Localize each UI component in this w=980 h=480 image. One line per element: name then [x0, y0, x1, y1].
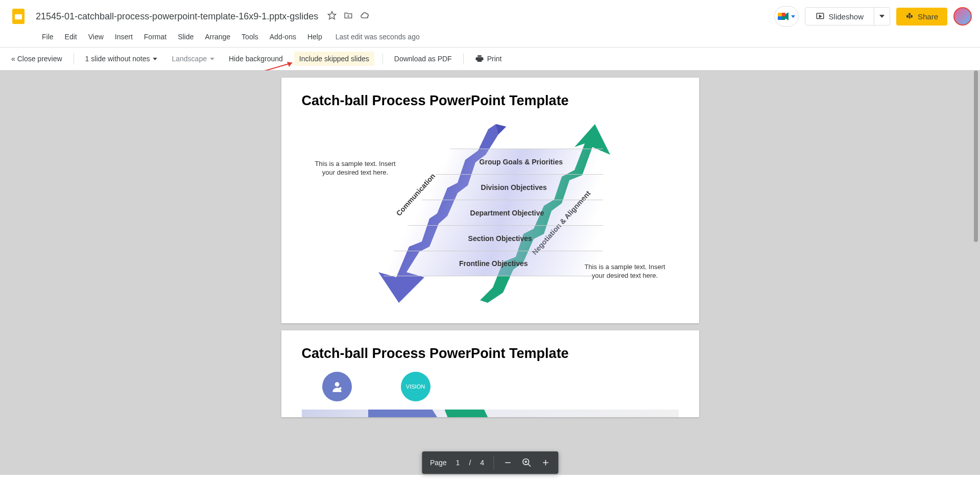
- sample-text-left: This is a sample text. Insert your desir…: [312, 160, 399, 177]
- zoom-out-icon[interactable]: [503, 458, 512, 467]
- account-avatar[interactable]: [953, 7, 972, 26]
- last-edit-text[interactable]: Last edit was seconds ago: [328, 31, 427, 43]
- download-pdf-button[interactable]: Download as PDF: [391, 53, 455, 65]
- meet-button[interactable]: [774, 6, 799, 27]
- menu-format[interactable]: Format: [139, 31, 172, 43]
- menubar: File Edit View Insert Format Slide Arran…: [8, 29, 972, 47]
- menu-insert[interactable]: Insert: [110, 31, 138, 43]
- vision-circle: VISION: [401, 372, 431, 401]
- menu-view[interactable]: View: [83, 31, 109, 43]
- svg-point-20: [334, 382, 339, 387]
- svg-rect-6: [782, 13, 785, 16]
- objectives-rows: Group Goals & Priorities Division Object…: [389, 149, 598, 276]
- slideshow-button[interactable]: Slideshow: [805, 8, 874, 25]
- svg-rect-4: [778, 13, 782, 16]
- svg-marker-2: [328, 12, 336, 19]
- row-group-goals: Group Goals & Priorities: [439, 149, 603, 174]
- zoom-toolbar: Page 1 / 4: [422, 451, 558, 474]
- slides-logo[interactable]: [8, 6, 29, 27]
- row-frontline: Frontline Objectives: [383, 251, 603, 276]
- zoom-in-icon[interactable]: [541, 458, 550, 467]
- svg-marker-7: [785, 12, 788, 20]
- preview-canvas[interactable]: Catch-ball Process PowerPoint Template T…: [0, 70, 980, 475]
- row-department: Department Objective: [411, 200, 603, 225]
- menu-edit[interactable]: Edit: [60, 31, 82, 43]
- page-total: 4: [480, 459, 484, 467]
- menu-file[interactable]: File: [37, 31, 59, 43]
- slideshow-dropdown[interactable]: [874, 8, 890, 25]
- menu-help[interactable]: Help: [302, 31, 327, 43]
- process-bar-bg: [302, 410, 679, 417]
- share-button[interactable]: Share: [896, 8, 947, 26]
- svg-marker-16: [287, 62, 292, 67]
- svg-rect-5: [778, 16, 782, 20]
- process-bar-measure: Measure: [445, 410, 490, 417]
- svg-marker-18: [496, 124, 506, 134]
- svg-rect-1: [15, 14, 22, 19]
- svg-point-21: [339, 387, 341, 389]
- slide-2: Catch-ball Process PowerPoint Template V…: [281, 330, 699, 417]
- svg-marker-10: [819, 15, 821, 18]
- hide-background-button[interactable]: Hide background: [226, 53, 286, 65]
- page-current[interactable]: 1: [456, 459, 460, 467]
- menu-tools[interactable]: Tools: [236, 31, 264, 43]
- row-section: Section Objectives: [397, 225, 603, 251]
- slide-title: Catch-ball Process PowerPoint Template: [302, 346, 679, 362]
- svg-marker-8: [791, 15, 795, 18]
- print-preview-toolbar: « Close preview 1 slide without notes La…: [0, 47, 980, 70]
- slide-1: Catch-ball Process PowerPoint Template T…: [281, 78, 699, 323]
- svg-line-24: [528, 464, 531, 467]
- print-button[interactable]: Print: [472, 52, 505, 65]
- page-separator: /: [469, 459, 471, 467]
- svg-rect-12: [909, 16, 911, 18]
- close-preview-button[interactable]: « Close preview: [8, 53, 65, 65]
- row-division: Division Objectives: [425, 174, 603, 200]
- star-icon[interactable]: [327, 11, 337, 22]
- menu-addons[interactable]: Add-ons: [265, 31, 301, 43]
- menu-slide[interactable]: Slide: [173, 31, 199, 43]
- document-title[interactable]: 21545-01-catchball-process-powerpoint-te…: [33, 10, 321, 23]
- page-label: Page: [430, 459, 447, 467]
- svg-marker-14: [210, 58, 214, 60]
- svg-marker-13: [153, 58, 157, 60]
- orientation-dropdown[interactable]: Landscape: [169, 53, 218, 65]
- svg-marker-11: [879, 15, 885, 18]
- zoom-fit-icon[interactable]: [521, 458, 532, 468]
- process-bar-blue: [368, 410, 440, 417]
- slide-title: Catch-ball Process PowerPoint Template: [302, 93, 679, 109]
- move-icon[interactable]: [344, 11, 353, 22]
- menu-arrange[interactable]: Arrange: [200, 31, 235, 43]
- user-circle-icon: [322, 372, 352, 401]
- slides-notes-dropdown[interactable]: 1 slide without notes: [82, 53, 161, 65]
- scrollbar[interactable]: [974, 70, 978, 242]
- slideshow-button-group: Slideshow: [805, 7, 890, 26]
- cloud-icon[interactable]: [360, 10, 370, 22]
- include-skipped-slides-button[interactable]: Include skipped slides: [294, 52, 374, 66]
